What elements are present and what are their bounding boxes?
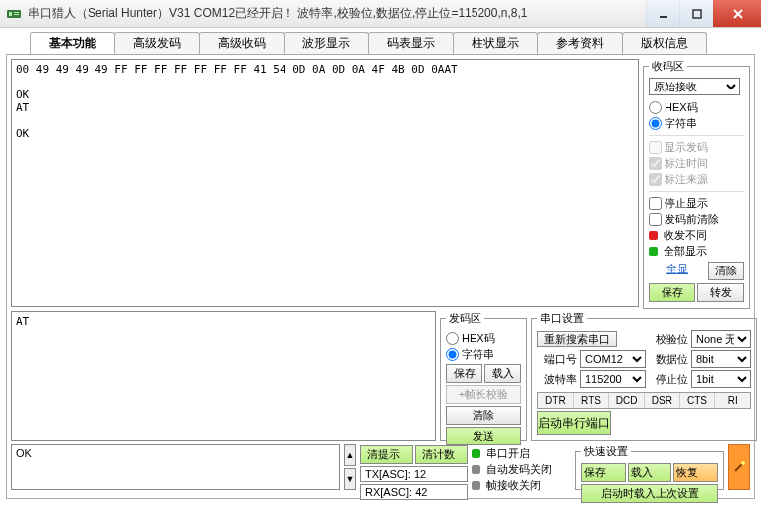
rx-preclr-check[interactable] xyxy=(649,213,662,226)
window-titlebar: 串口猎人（Serial Hunter）V31 COM12已经开启！ 波特率,校验… xyxy=(0,0,761,28)
close-button[interactable] xyxy=(713,0,761,27)
svg-rect-1 xyxy=(9,12,12,16)
port-panel-legend: 串口设置 xyxy=(537,311,587,326)
rx-panel-legend: 收码区 xyxy=(649,59,687,74)
quickset-legend: 快速设置 xyxy=(581,444,631,459)
led-diff-icon xyxy=(649,231,658,240)
stopbits-select[interactable]: 1bit xyxy=(691,370,751,388)
tip-output: OK xyxy=(11,444,340,490)
tab-meter[interactable]: 码表显示 xyxy=(368,32,454,54)
tx-panel-legend: 发码区 xyxy=(446,311,484,326)
qset-restore-button[interactable]: 恢复 xyxy=(673,463,718,482)
rx-output[interactable]: 00 49 49 49 49 FF FF FF FF FF FF FF 41 5… xyxy=(11,59,639,307)
tx-panel: 发码区 HEX码 字符串 保存 载入 +帧长校验 清除 发送 xyxy=(440,311,527,441)
sig-ri: RI xyxy=(715,393,750,408)
tx-input[interactable]: AT xyxy=(11,311,436,441)
tx-count: TX[ASC]: 12 xyxy=(360,466,468,482)
scroll-down-button[interactable]: ▼ xyxy=(344,468,356,490)
svg-rect-5 xyxy=(693,10,701,18)
rescan-button[interactable]: 重新搜索串口 xyxy=(537,331,617,347)
tx-crc-button: +帧长校验 xyxy=(446,385,521,404)
scroll-up-button[interactable]: ▲ xyxy=(344,444,356,466)
svg-point-9 xyxy=(741,461,745,465)
sig-dsr: DSR xyxy=(645,393,680,408)
tx-send-button[interactable]: 发送 xyxy=(446,427,521,445)
clear-count-button[interactable]: 清计数 xyxy=(415,445,468,464)
magic-wand-icon xyxy=(732,460,746,474)
tab-adv-rx[interactable]: 高级收码 xyxy=(199,32,285,54)
tab-panel: 00 49 49 49 49 FF FF FF FF FF FF FF 41 5… xyxy=(6,54,755,499)
led-autotx-icon xyxy=(472,465,480,474)
led-framerx-icon xyxy=(472,481,480,490)
status-column: 串口开启 自动发码关闭 帧接收关闭 xyxy=(472,444,571,490)
rx-str-radio[interactable] xyxy=(649,117,662,130)
signal-lights: DTR RTS DCD DSR CTS RI xyxy=(537,392,751,409)
rx-stop-check[interactable] xyxy=(649,197,662,210)
tab-bar-display[interactable]: 柱状显示 xyxy=(453,32,538,54)
qset-load-button[interactable]: 载入 xyxy=(628,463,672,482)
rx-forward-button[interactable]: 转发 xyxy=(697,283,744,302)
rx-ts-check xyxy=(649,157,662,170)
tx-clear-button[interactable]: 清除 xyxy=(446,406,521,425)
clear-tip-button[interactable]: 清提示 xyxy=(360,445,413,464)
databits-select[interactable]: 8bit xyxy=(691,350,751,368)
sig-dtr[interactable]: DTR xyxy=(538,393,574,408)
tx-str-radio[interactable] xyxy=(446,348,459,361)
quickset-panel: 快速设置 保存 载入 恢复 启动时载入上次设置 xyxy=(575,444,724,490)
sig-cts: CTS xyxy=(680,393,716,408)
maximize-button[interactable] xyxy=(679,0,713,27)
tx-save-button[interactable]: 保存 xyxy=(446,364,482,383)
qset-loadlast-button[interactable]: 启动时载入上次设置 xyxy=(581,484,718,503)
led-port-icon xyxy=(472,449,480,458)
tx-load-button[interactable]: 载入 xyxy=(484,364,521,383)
svg-rect-2 xyxy=(14,12,19,13)
tab-wave[interactable]: 波形显示 xyxy=(284,32,369,54)
tool-wand-button[interactable] xyxy=(728,444,750,490)
tab-bar: 基本功能 高级发码 高级收码 波形显示 码表显示 柱状显示 参考资料 版权信息 xyxy=(0,32,761,54)
rx-src-check xyxy=(649,173,662,186)
window-title: 串口猎人（Serial Hunter）V31 COM12已经开启！ 波特率,校验… xyxy=(28,5,646,22)
rx-fullshow-link[interactable]: 全显 xyxy=(649,262,706,280)
app-icon xyxy=(6,6,22,22)
rx-count: RX[ASC]: 42 xyxy=(360,484,468,500)
tab-about[interactable]: 版权信息 xyxy=(622,32,707,54)
tx-hex-radio[interactable] xyxy=(446,332,459,345)
led-all-icon xyxy=(649,247,658,256)
rx-mode-select[interactable]: 原始接收 xyxy=(649,78,740,95)
port-panel: 串口设置 重新搜索串口 校验位 None 无 端口号 COM12 数据位 8bi… xyxy=(531,311,757,441)
sig-dcd: DCD xyxy=(609,393,645,408)
rx-panel: 收码区 原始接收 HEX码 字符串 显示发码 标注时间 标注来源 停止显示 发码… xyxy=(643,59,750,309)
qset-save-button[interactable]: 保存 xyxy=(581,463,626,482)
svg-rect-3 xyxy=(14,14,19,15)
rx-save-button[interactable]: 保存 xyxy=(649,283,695,302)
tab-reference[interactable]: 参考资料 xyxy=(537,32,623,54)
minimize-button[interactable] xyxy=(646,0,679,27)
parity-select[interactable]: None 无 xyxy=(691,330,751,348)
rx-clear-button[interactable]: 清除 xyxy=(708,262,744,280)
rx-hex-radio[interactable] xyxy=(649,101,662,114)
tab-adv-tx[interactable]: 高级发码 xyxy=(114,32,200,54)
sig-rts[interactable]: RTS xyxy=(574,393,610,408)
start-port-button[interactable]: 启动串行端口 xyxy=(537,411,611,435)
baud-select[interactable]: 115200 xyxy=(580,370,646,388)
port-select[interactable]: COM12 xyxy=(580,350,646,368)
rx-showtx-check xyxy=(649,141,662,154)
tab-basic[interactable]: 基本功能 xyxy=(30,32,115,54)
